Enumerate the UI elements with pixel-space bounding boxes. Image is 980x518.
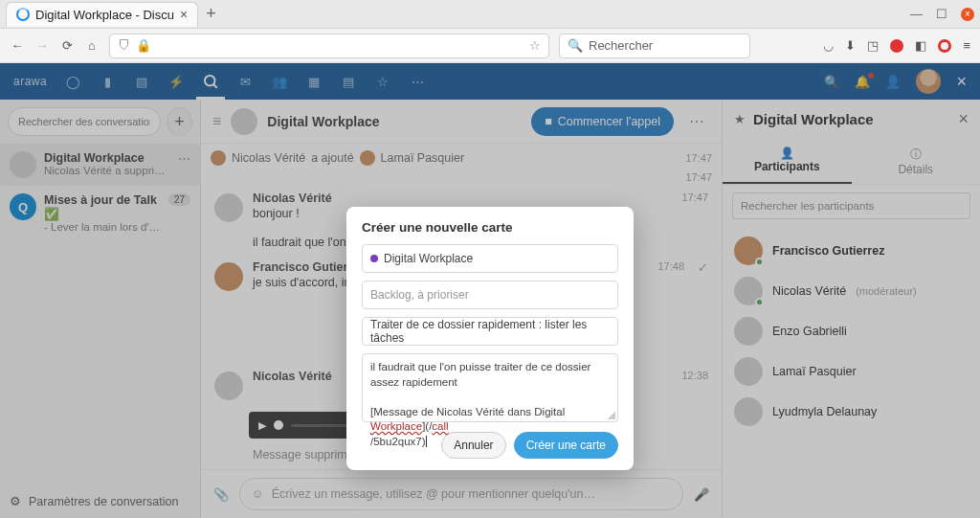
cancel-button[interactable]: Annuler xyxy=(441,432,505,459)
card-title-value: Traiter de ce dossier rapidement : liste… xyxy=(370,318,610,345)
tab-favicon-icon xyxy=(16,8,30,21)
card-desc-hl: call xyxy=(432,420,448,432)
window-maximize-icon[interactable]: ☐ xyxy=(936,7,947,21)
pocket-icon[interactable]: ◡ xyxy=(823,38,834,53)
modal-title: Créer une nouvelle carte xyxy=(362,220,618,235)
card-title-input[interactable]: Traiter de ce dossier rapidement : liste… xyxy=(362,317,618,346)
window-minimize-icon[interactable]: — xyxy=(910,7,923,21)
list-select-placeholder: Backlog, à prioriser xyxy=(370,288,469,302)
downloads-icon[interactable]: ⬇ xyxy=(845,38,856,53)
window-close-icon[interactable]: × xyxy=(961,8,974,21)
board-select-value: Digital Workplace xyxy=(384,252,473,265)
bookmark-star-icon[interactable]: ☆ xyxy=(529,38,541,53)
menu-icon[interactable]: ≡ xyxy=(963,38,970,53)
tab-title: Digital Workplace - Discu xyxy=(35,8,174,22)
home-icon[interactable]: ⌂ xyxy=(84,38,100,53)
search-icon: 🔍 xyxy=(568,38,583,53)
card-desc-line: il faudrait que l'on puisse traiter de c… xyxy=(370,361,590,388)
card-desc-hl: Workplace xyxy=(370,420,422,432)
list-select[interactable]: Backlog, à prioriser xyxy=(362,281,618,309)
url-bar[interactable]: ⛉ 🔒 ☆ xyxy=(109,34,549,58)
ublock-icon[interactable] xyxy=(890,39,903,53)
create-card-button[interactable]: Créer une carte xyxy=(514,432,618,459)
modal-overlay[interactable]: Créer une nouvelle carte Digital Workpla… xyxy=(0,63,980,518)
lock-icon: 🔒 xyxy=(136,38,151,53)
card-desc-line: /5bu2qux7) xyxy=(370,436,426,447)
new-tab-button[interactable]: + xyxy=(206,4,216,24)
tab-close-icon[interactable]: × xyxy=(180,7,188,22)
abp-icon[interactable] xyxy=(938,39,951,53)
card-desc-line: ](/ xyxy=(422,420,432,432)
browser-toolbar: ← → ⟳ ⌂ ⛉ 🔒 ☆ 🔍 Rechercher ◡ ⬇ ◳ ◧ ≡ xyxy=(0,29,980,63)
ext-icon[interactable]: ◳ xyxy=(867,38,879,53)
browser-search-placeholder: Rechercher xyxy=(589,38,653,53)
reload-icon[interactable]: ⟳ xyxy=(59,38,75,53)
nav-back-icon[interactable]: ← xyxy=(10,38,25,53)
shield-icon[interactable]: ⛉ xyxy=(118,38,130,53)
browser-search[interactable]: 🔍 Rechercher xyxy=(559,34,750,58)
nav-forward-icon: → xyxy=(34,38,50,53)
browser-tab[interactable]: Digital Workplace - Discu × xyxy=(6,2,198,27)
browser-titlebar: Digital Workplace - Discu × + — ☐ × xyxy=(0,0,980,29)
board-color-dot-icon xyxy=(370,255,378,262)
board-select[interactable]: Digital Workplace xyxy=(362,244,618,273)
card-desc-line: [Message de Nicolas Vérité dans Digital xyxy=(370,406,565,417)
card-description-input[interactable]: il faudrait que l'on puisse traiter de c… xyxy=(362,353,618,422)
create-card-modal: Créer une nouvelle carte Digital Workpla… xyxy=(346,207,634,470)
ext2-icon[interactable]: ◧ xyxy=(915,38,926,53)
